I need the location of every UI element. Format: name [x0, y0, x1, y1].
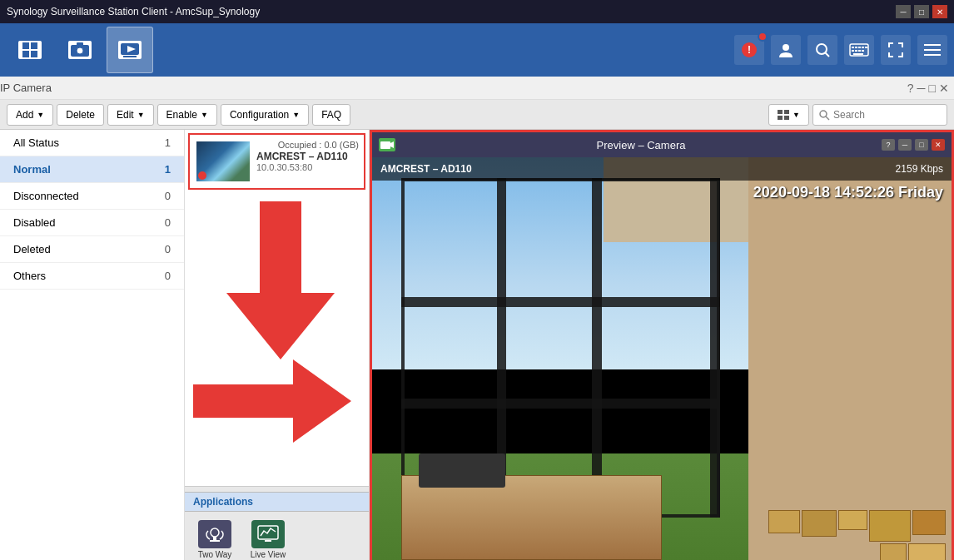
fullscreen-icon[interactable]	[881, 35, 911, 65]
camera-list-item[interactable]: AMCREST – AD110 10.0.30.53:80 Occupied :…	[188, 133, 365, 190]
svg-marker-35	[226, 201, 335, 359]
svg-rect-32	[784, 116, 789, 120]
sidebar: All Status 1 Normal 1 Disconnected 0 Dis…	[0, 130, 185, 560]
configuration-button[interactable]: Configuration ▼	[221, 104, 309, 126]
two-way-audio-app[interactable]: Two WayAudio	[190, 517, 240, 560]
user-icon[interactable]	[771, 35, 801, 65]
svg-rect-9	[123, 56, 137, 57]
svg-rect-0	[22, 42, 29, 49]
sidebar-item-others[interactable]: Others 0	[0, 263, 184, 290]
arrows-svg	[185, 193, 369, 443]
two-way-audio-label: Two WayAudio	[198, 550, 232, 560]
main-toolbar: !	[0, 23, 954, 77]
svg-rect-39	[210, 540, 220, 542]
edit-dropdown-arrow: ▼	[137, 111, 145, 119]
toolbar-right-tools: ▼	[768, 104, 947, 126]
scene-desk-item	[419, 453, 505, 488]
svg-rect-27	[924, 49, 941, 51]
two-way-audio-icon	[198, 520, 231, 548]
sidebar-item-all-status[interactable]: All Status 1	[0, 130, 184, 156]
live-view-analytics-label: Live ViewAnalytics	[251, 550, 286, 560]
ipcam-title: IP Camera	[0, 82, 52, 94]
grid-toolbar-btn[interactable]	[7, 27, 53, 73]
search-icon	[818, 109, 830, 121]
config-dropdown-arrow: ▼	[292, 111, 300, 119]
minimize-button[interactable]: ─	[896, 5, 911, 18]
preview-title: Preview – Camera	[400, 139, 882, 151]
preview-camera-icon	[379, 138, 395, 151]
preview-controls: ? ─ □ ✕	[882, 139, 945, 151]
svg-rect-1	[31, 42, 37, 49]
live-toolbar-btn[interactable]	[107, 27, 153, 73]
delete-button[interactable]: Delete	[57, 104, 104, 126]
svg-rect-28	[924, 54, 941, 56]
sidebar-item-disabled[interactable]: Disabled 0	[0, 210, 184, 236]
feed-bitrate: 2159 Kbps	[896, 163, 943, 175]
svg-line-34	[826, 116, 829, 120]
enable-dropdown-arrow: ▼	[201, 111, 208, 119]
svg-point-33	[820, 111, 827, 117]
ipcam-header: IP Camera ? ─ □ ✕	[0, 77, 954, 100]
camera-icon	[68, 41, 92, 59]
ipcam-close[interactable]: ✕	[939, 82, 949, 95]
svg-rect-22	[855, 50, 857, 52]
maximize-button[interactable]: □	[914, 5, 929, 18]
ipcam-minimize[interactable]: ─	[917, 82, 926, 95]
svg-rect-19	[862, 47, 864, 48]
grid-icon	[18, 41, 42, 59]
enable-button[interactable]: Enable ▼	[157, 104, 217, 126]
feed-timestamp: 2020-09-18 14:52:26 Friday	[753, 184, 943, 201]
applications-title: Applications	[185, 492, 369, 512]
arrows-area	[185, 193, 369, 486]
ipcam-restore[interactable]: □	[929, 82, 936, 95]
camera-toolbar-btn[interactable]	[57, 27, 103, 73]
view-toggle-btn[interactable]: ▼	[768, 104, 809, 126]
menu-icon[interactable]	[917, 35, 947, 65]
svg-rect-2	[22, 51, 29, 57]
svg-rect-25	[853, 53, 863, 55]
svg-rect-17	[855, 47, 857, 48]
secondary-toolbar: Add ▼ Delete Edit ▼ Enable ▼ Configurati…	[0, 100, 954, 130]
preview-minimize-btn[interactable]: ─	[898, 139, 912, 151]
svg-marker-36	[193, 359, 351, 443]
feed-info-bar: AMCREST – AD110 2159 Kbps	[372, 157, 952, 181]
svg-rect-16	[852, 47, 854, 48]
svg-point-5	[77, 47, 83, 54]
camera-thumbnail	[196, 141, 250, 181]
close-button[interactable]: ✕	[932, 5, 947, 18]
svg-rect-29	[778, 110, 783, 114]
toolbar-right: !	[734, 35, 947, 65]
feed-camera-name: AMCREST – AD110	[380, 163, 472, 175]
alert-icon[interactable]: !	[734, 35, 764, 65]
status-list: All Status 1 Normal 1 Disconnected 0 Dis…	[0, 130, 184, 560]
camera-info: AMCREST – AD110 10.0.30.53:80	[256, 151, 357, 172]
live-view-analytics-app[interactable]: Live ViewAnalytics	[243, 517, 293, 560]
sidebar-item-deleted[interactable]: Deleted 0	[0, 236, 184, 263]
edit-button[interactable]: Edit ▼	[107, 104, 154, 126]
sidebar-item-normal[interactable]: Normal 1	[0, 156, 184, 183]
preview-close-btn[interactable]: ✕	[932, 139, 945, 151]
scene-interior	[748, 157, 952, 560]
faq-button[interactable]: FAQ	[312, 104, 350, 126]
svg-rect-42	[380, 141, 390, 149]
svg-rect-24	[862, 50, 864, 52]
search-input[interactable]	[833, 109, 942, 121]
camera-list-container: AMCREST – AD110 10.0.30.53:80 Occupied :…	[185, 130, 370, 560]
sidebar-item-disconnected[interactable]: Disconnected 0	[0, 183, 184, 210]
search-box	[812, 104, 947, 126]
live-icon	[118, 41, 142, 59]
keyboard-icon[interactable]	[844, 35, 874, 65]
svg-rect-30	[784, 110, 789, 114]
content-area: All Status 1 Normal 1 Disconnected 0 Dis…	[0, 130, 954, 560]
camera-feed: AMCREST – AD110 2159 Kbps 2020-09-18 14:…	[372, 157, 952, 560]
preview-help-btn[interactable]: ?	[882, 139, 895, 151]
add-button[interactable]: Add ▼	[7, 104, 53, 126]
svg-point-12	[783, 44, 789, 51]
ipcam-help[interactable]: ?	[907, 82, 914, 95]
camera-scene	[372, 157, 952, 560]
svg-rect-41	[265, 540, 271, 542]
preview-restore-btn[interactable]: □	[915, 139, 928, 151]
apps-grid: Two WayAudio Live ViewAnalytics	[185, 512, 369, 560]
svg-point-37	[211, 528, 219, 537]
search-toolbar-icon[interactable]	[807, 35, 837, 65]
